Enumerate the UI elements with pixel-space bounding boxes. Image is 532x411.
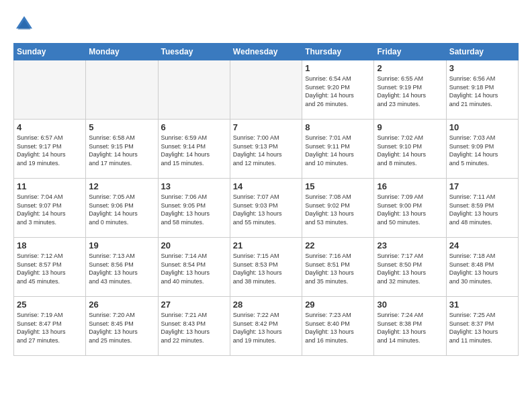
calendar-cell: 29Sunrise: 7:23 AM Sunset: 8:40 PM Dayli… — [302, 297, 374, 356]
day-header-monday: Monday — [86, 44, 158, 60]
calendar-week-5: 25Sunrise: 7:19 AM Sunset: 8:47 PM Dayli… — [14, 297, 519, 356]
day-info: Sunrise: 7:14 AM Sunset: 8:54 PM Dayligh… — [161, 252, 227, 285]
day-info: Sunrise: 7:17 AM Sunset: 8:50 PM Dayligh… — [377, 252, 443, 285]
page-container: SundayMondayTuesdayWednesdayThursdayFrid… — [0, 0, 532, 363]
calendar-week-1: 1Sunrise: 6:54 AM Sunset: 9:20 PM Daylig… — [14, 60, 519, 120]
day-info: Sunrise: 7:23 AM Sunset: 8:40 PM Dayligh… — [305, 311, 371, 345]
day-info: Sunrise: 7:11 AM Sunset: 8:59 PM Dayligh… — [449, 193, 515, 226]
calendar-cell: 30Sunrise: 7:24 AM Sunset: 8:38 PM Dayli… — [374, 297, 446, 356]
day-header-tuesday: Tuesday — [158, 44, 230, 60]
day-number: 24 — [449, 240, 515, 250]
day-number: 12 — [89, 181, 154, 191]
day-info: Sunrise: 6:59 AM Sunset: 9:14 PM Dayligh… — [161, 134, 227, 167]
day-number: 2 — [377, 63, 443, 73]
day-number: 5 — [89, 122, 154, 132]
day-info: Sunrise: 7:12 AM Sunset: 8:57 PM Dayligh… — [17, 252, 83, 285]
day-info: Sunrise: 6:54 AM Sunset: 9:20 PM Dayligh… — [305, 75, 371, 108]
day-number: 9 — [377, 122, 443, 132]
calendar-cell: 1Sunrise: 6:54 AM Sunset: 9:20 PM Daylig… — [302, 60, 374, 120]
calendar-cell: 18Sunrise: 7:12 AM Sunset: 8:57 PM Dayli… — [14, 238, 86, 297]
day-info: Sunrise: 7:03 AM Sunset: 9:09 PM Dayligh… — [449, 134, 515, 167]
calendar-cell: 3Sunrise: 6:56 AM Sunset: 9:18 PM Daylig… — [446, 60, 518, 120]
day-number: 30 — [377, 300, 443, 310]
day-number: 1 — [305, 63, 371, 73]
day-info: Sunrise: 7:22 AM Sunset: 8:42 PM Dayligh… — [233, 311, 299, 345]
day-number: 15 — [305, 181, 371, 191]
calendar-cell: 16Sunrise: 7:09 AM Sunset: 9:00 PM Dayli… — [374, 179, 446, 238]
day-info: Sunrise: 6:56 AM Sunset: 9:18 PM Dayligh… — [449, 75, 515, 108]
day-number: 20 — [161, 240, 227, 250]
day-info: Sunrise: 7:15 AM Sunset: 8:53 PM Dayligh… — [233, 252, 299, 285]
calendar-cell: 23Sunrise: 7:17 AM Sunset: 8:50 PM Dayli… — [374, 238, 446, 297]
day-number: 27 — [161, 300, 227, 310]
day-number: 3 — [449, 63, 515, 73]
day-number: 22 — [305, 240, 371, 250]
day-info: Sunrise: 7:25 AM Sunset: 8:37 PM Dayligh… — [449, 311, 515, 345]
calendar-cell: 4Sunrise: 6:57 AM Sunset: 9:17 PM Daylig… — [14, 120, 86, 179]
day-number: 14 — [233, 181, 299, 191]
day-info: Sunrise: 7:13 AM Sunset: 8:56 PM Dayligh… — [89, 252, 154, 285]
day-info: Sunrise: 7:04 AM Sunset: 9:07 PM Dayligh… — [17, 193, 83, 226]
calendar-cell: 6Sunrise: 6:59 AM Sunset: 9:14 PM Daylig… — [158, 120, 230, 179]
day-number: 4 — [17, 122, 83, 132]
day-number: 21 — [233, 240, 299, 250]
calendar-table: SundayMondayTuesdayWednesdayThursdayFrid… — [13, 43, 519, 356]
calendar-cell: 15Sunrise: 7:08 AM Sunset: 9:02 PM Dayli… — [302, 179, 374, 238]
day-info: Sunrise: 7:18 AM Sunset: 8:48 PM Dayligh… — [449, 252, 515, 285]
day-info: Sunrise: 7:08 AM Sunset: 9:02 PM Dayligh… — [305, 193, 371, 226]
calendar-cell: 13Sunrise: 7:06 AM Sunset: 9:05 PM Dayli… — [158, 179, 230, 238]
day-number: 6 — [161, 122, 227, 132]
calendar-cell — [14, 60, 86, 120]
calendar-cell — [86, 60, 158, 120]
calendar-cell: 22Sunrise: 7:16 AM Sunset: 8:51 PM Dayli… — [302, 238, 374, 297]
day-info: Sunrise: 7:20 AM Sunset: 8:45 PM Dayligh… — [89, 311, 154, 345]
calendar-cell: 19Sunrise: 7:13 AM Sunset: 8:56 PM Dayli… — [86, 238, 158, 297]
day-number: 10 — [449, 122, 515, 132]
day-number: 29 — [305, 300, 371, 310]
calendar-cell: 2Sunrise: 6:55 AM Sunset: 9:19 PM Daylig… — [374, 60, 446, 120]
calendar-cell: 25Sunrise: 7:19 AM Sunset: 8:47 PM Dayli… — [14, 297, 86, 356]
day-info: Sunrise: 7:00 AM Sunset: 9:13 PM Dayligh… — [233, 134, 299, 167]
day-number: 17 — [449, 181, 515, 191]
day-number: 18 — [17, 240, 83, 250]
calendar-cell: 20Sunrise: 7:14 AM Sunset: 8:54 PM Dayli… — [158, 238, 230, 297]
day-number: 11 — [17, 181, 83, 191]
day-header-thursday: Thursday — [302, 44, 374, 60]
day-info: Sunrise: 7:02 AM Sunset: 9:10 PM Dayligh… — [377, 134, 443, 167]
day-info: Sunrise: 7:24 AM Sunset: 8:38 PM Dayligh… — [377, 311, 443, 345]
calendar-cell: 11Sunrise: 7:04 AM Sunset: 9:07 PM Dayli… — [14, 179, 86, 238]
calendar-cell: 9Sunrise: 7:02 AM Sunset: 9:10 PM Daylig… — [374, 120, 446, 179]
calendar-cell: 24Sunrise: 7:18 AM Sunset: 8:48 PM Dayli… — [446, 238, 518, 297]
day-number: 19 — [89, 240, 154, 250]
logo — [13, 13, 38, 35]
day-info: Sunrise: 7:09 AM Sunset: 9:00 PM Dayligh… — [377, 193, 443, 226]
day-number: 7 — [233, 122, 299, 132]
day-info: Sunrise: 6:57 AM Sunset: 9:17 PM Dayligh… — [17, 134, 83, 167]
day-number: 26 — [89, 300, 154, 310]
header — [13, 13, 519, 35]
calendar-cell — [158, 60, 230, 120]
calendar-cell: 17Sunrise: 7:11 AM Sunset: 8:59 PM Dayli… — [446, 179, 518, 238]
day-info: Sunrise: 7:07 AM Sunset: 9:03 PM Dayligh… — [233, 193, 299, 226]
day-header-saturday: Saturday — [446, 44, 518, 60]
day-info: Sunrise: 7:01 AM Sunset: 9:11 PM Dayligh… — [305, 134, 371, 167]
day-info: Sunrise: 6:55 AM Sunset: 9:19 PM Dayligh… — [377, 75, 443, 108]
day-number: 25 — [17, 300, 83, 310]
calendar-week-4: 18Sunrise: 7:12 AM Sunset: 8:57 PM Dayli… — [14, 238, 519, 297]
calendar-cell: 27Sunrise: 7:21 AM Sunset: 8:43 PM Dayli… — [158, 297, 230, 356]
day-number: 13 — [161, 181, 227, 191]
calendar-cell: 7Sunrise: 7:00 AM Sunset: 9:13 PM Daylig… — [230, 120, 302, 179]
calendar-cell: 12Sunrise: 7:05 AM Sunset: 9:06 PM Dayli… — [86, 179, 158, 238]
calendar-cell: 26Sunrise: 7:20 AM Sunset: 8:45 PM Dayli… — [86, 297, 158, 356]
calendar-cell: 14Sunrise: 7:07 AM Sunset: 9:03 PM Dayli… — [230, 179, 302, 238]
day-header-friday: Friday — [374, 44, 446, 60]
logo-icon — [13, 13, 35, 35]
day-info: Sunrise: 7:16 AM Sunset: 8:51 PM Dayligh… — [305, 252, 371, 285]
day-number: 28 — [233, 300, 299, 310]
day-number: 8 — [305, 122, 371, 132]
day-number: 23 — [377, 240, 443, 250]
calendar-week-2: 4Sunrise: 6:57 AM Sunset: 9:17 PM Daylig… — [14, 120, 519, 179]
day-info: Sunrise: 7:06 AM Sunset: 9:05 PM Dayligh… — [161, 193, 227, 226]
day-header-wednesday: Wednesday — [230, 44, 302, 60]
calendar-week-3: 11Sunrise: 7:04 AM Sunset: 9:07 PM Dayli… — [14, 179, 519, 238]
